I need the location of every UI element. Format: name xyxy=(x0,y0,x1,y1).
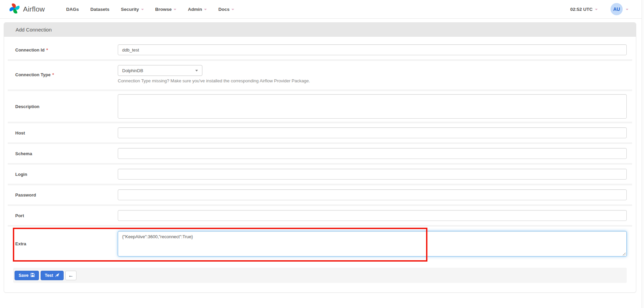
clock-label: 02:52 UTC xyxy=(570,7,593,12)
schema-label: Schema xyxy=(15,148,118,159)
row-port: Port xyxy=(8,204,632,225)
nav-label: Security xyxy=(121,7,139,12)
add-connection-panel: Add Connection Connection Id * Connectio… xyxy=(4,22,636,293)
field-label: Login xyxy=(15,172,27,177)
schema-input[interactable] xyxy=(118,148,627,159)
dropdown-caret-icon xyxy=(195,70,198,71)
password-label: Password xyxy=(15,189,118,200)
password-input[interactable] xyxy=(118,189,627,200)
description-label: Description xyxy=(15,94,118,119)
form-footer: Save Test xyxy=(13,268,627,283)
connection-id-label: Connection Id * xyxy=(15,44,118,55)
nav-item-security[interactable]: Security xyxy=(115,7,149,12)
chevron-down-icon xyxy=(626,9,628,10)
navbar: Airflow DAGs Datasets Security Browse Ad… xyxy=(0,0,644,19)
rocket-icon xyxy=(55,273,60,278)
main-menu: DAGs Datasets Security Browse Admin Docs xyxy=(60,7,240,12)
required-asterisk: * xyxy=(52,72,54,77)
back-arrow-icon: ← xyxy=(68,272,73,279)
extra-textarea[interactable]: {"KeepAlive":3600,"reconnect":True} xyxy=(118,231,627,256)
vertical-scrollbar[interactable] xyxy=(642,0,644,308)
nav-item-datasets[interactable]: Datasets xyxy=(85,7,115,12)
save-label: Save xyxy=(19,273,28,278)
timezone-selector[interactable]: 02:52 UTC xyxy=(570,7,598,12)
field-label: Host xyxy=(15,130,25,136)
page-title: Add Connection xyxy=(4,23,636,37)
user-menu[interactable]: AU xyxy=(610,3,628,15)
nav-item-admin[interactable]: Admin xyxy=(182,7,213,12)
airflow-pinwheel-icon xyxy=(9,3,20,16)
page-content: Add Connection Connection Id * Connectio… xyxy=(0,19,644,293)
field-label: Connection Type xyxy=(15,72,50,77)
host-input[interactable] xyxy=(118,127,627,138)
field-label: Connection Id xyxy=(15,47,45,53)
chevron-down-icon xyxy=(595,9,598,10)
chevron-down-icon xyxy=(174,9,176,10)
required-asterisk: * xyxy=(46,47,48,53)
connection-type-select[interactable]: DolphinDB xyxy=(118,65,202,76)
save-floppy-icon xyxy=(30,273,35,278)
row-description: Description xyxy=(8,89,632,122)
connection-type-help: Connection Type missing? Make sure you'v… xyxy=(118,78,627,84)
chevron-down-icon xyxy=(204,9,207,10)
description-textarea[interactable] xyxy=(118,94,627,119)
port-input[interactable] xyxy=(118,210,627,221)
nav-label: Datasets xyxy=(90,7,109,12)
connection-form: Connection Id * Connection Type * Dolphi… xyxy=(4,37,636,292)
chevron-down-icon xyxy=(141,9,144,10)
nav-label: Admin xyxy=(188,7,202,12)
nav-item-browse[interactable]: Browse xyxy=(150,7,182,12)
extra-label: Extra xyxy=(15,231,118,256)
airflow-brand[interactable]: Airflow xyxy=(9,3,45,16)
host-label: Host xyxy=(15,127,118,138)
row-connection-type: Connection Type * DolphinDB Connection T… xyxy=(8,59,632,89)
test-label: Test xyxy=(45,273,53,278)
login-label: Login xyxy=(15,169,118,180)
brand-title: Airflow xyxy=(23,5,45,13)
row-extra: Extra {"KeepAlive":3600,"reconnect":True… xyxy=(8,225,632,265)
row-login: Login xyxy=(8,163,632,184)
navbar-right: 02:52 UTC AU xyxy=(570,3,636,15)
login-input[interactable] xyxy=(118,169,627,180)
row-password: Password xyxy=(8,184,632,204)
field-label: Port xyxy=(15,213,24,218)
connection-id-input[interactable] xyxy=(118,44,627,55)
nav-item-dags[interactable]: DAGs xyxy=(60,7,85,12)
avatar: AU xyxy=(610,3,623,15)
row-schema: Schema xyxy=(8,142,632,163)
nav-label: DAGs xyxy=(66,7,79,12)
back-button[interactable]: ← xyxy=(65,271,76,280)
field-label: Password xyxy=(15,192,36,198)
port-label: Port xyxy=(15,210,118,221)
save-button[interactable]: Save xyxy=(15,271,39,280)
nav-item-docs[interactable]: Docs xyxy=(213,7,240,12)
test-button[interactable]: Test xyxy=(41,271,64,280)
field-label: Extra xyxy=(15,241,26,246)
nav-label: Browse xyxy=(155,7,172,12)
nav-label: Docs xyxy=(218,7,229,12)
field-label: Schema xyxy=(15,151,32,156)
chevron-down-icon xyxy=(231,9,234,10)
row-host: Host xyxy=(8,122,632,142)
row-connection-id: Connection Id * xyxy=(8,40,632,59)
connection-type-label: Connection Type * xyxy=(15,65,118,84)
selected-option: DolphinDB xyxy=(122,68,143,73)
field-label: Description xyxy=(15,104,40,109)
